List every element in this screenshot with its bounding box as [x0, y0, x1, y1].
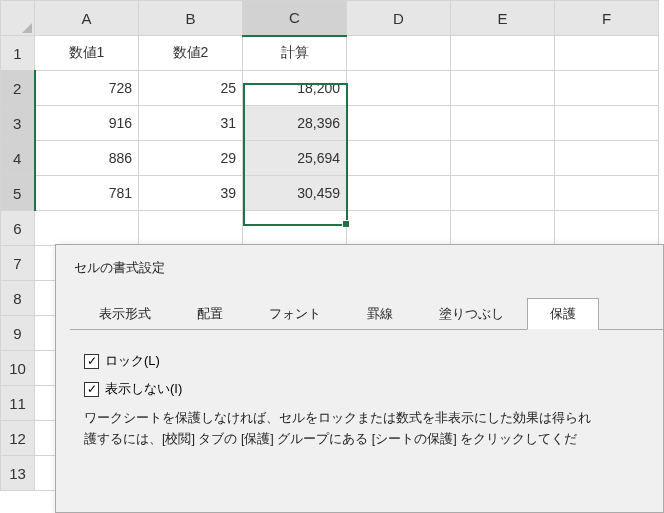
row-header-4[interactable]: 4 — [1, 141, 35, 176]
lock-checkbox-row[interactable]: ✓ ロック(L) — [84, 352, 653, 370]
format-cells-dialog: セルの書式設定 表示形式 配置 フォント 罫線 塗りつぶし 保護 ✓ ロック(L… — [55, 244, 664, 513]
cell-C4[interactable]: 25,694 — [243, 141, 347, 176]
cell-C1[interactable]: 計算 — [243, 36, 347, 71]
cell-D4[interactable] — [347, 141, 451, 176]
cell-A1[interactable]: 数値1 — [35, 36, 139, 71]
col-header-B[interactable]: B — [139, 1, 243, 36]
cell-A5[interactable]: 781 — [35, 176, 139, 211]
row-header-2[interactable]: 2 — [1, 71, 35, 106]
dialog-tabs: 表示形式 配置 フォント 罫線 塗りつぶし 保護 — [70, 297, 663, 330]
row-header-9[interactable]: 9 — [1, 316, 35, 351]
lock-label: ロック(L) — [105, 352, 160, 370]
cell-D5[interactable] — [347, 176, 451, 211]
col-header-C[interactable]: C — [243, 1, 347, 36]
row-header-12[interactable]: 12 — [1, 421, 35, 456]
cell-D1[interactable] — [347, 36, 451, 71]
cell-B5[interactable]: 39 — [139, 176, 243, 211]
cell-F2[interactable] — [555, 71, 659, 106]
cell-B1[interactable]: 数値2 — [139, 36, 243, 71]
cell-B3[interactable]: 31 — [139, 106, 243, 141]
cell-E3[interactable] — [451, 106, 555, 141]
tab-number-format[interactable]: 表示形式 — [76, 298, 174, 330]
dialog-title: セルの書式設定 — [70, 259, 663, 277]
protection-note: ワークシートを保護しなければ、セルをロックまたは数式を非表示にした効果は得られ … — [84, 408, 653, 451]
row-header-3[interactable]: 3 — [1, 106, 35, 141]
tab-border[interactable]: 罫線 — [344, 298, 416, 330]
cell-D2[interactable] — [347, 71, 451, 106]
cell-F4[interactable] — [555, 141, 659, 176]
cell-F1[interactable] — [555, 36, 659, 71]
check-icon: ✓ — [84, 382, 99, 397]
tab-alignment[interactable]: 配置 — [174, 298, 246, 330]
col-header-E[interactable]: E — [451, 1, 555, 36]
col-header-D[interactable]: D — [347, 1, 451, 36]
row-header-6[interactable]: 6 — [1, 211, 35, 246]
row-header-10[interactable]: 10 — [1, 351, 35, 386]
cell-C2[interactable]: 18,200 — [243, 71, 347, 106]
protection-pane: ✓ ロック(L) ✓ 表示しない(I) ワークシートを保護しなければ、セルをロッ… — [70, 330, 663, 461]
row-header-8[interactable]: 8 — [1, 281, 35, 316]
row-header-13[interactable]: 13 — [1, 456, 35, 491]
cell-D3[interactable] — [347, 106, 451, 141]
cell-B2[interactable]: 25 — [139, 71, 243, 106]
col-header-F[interactable]: F — [555, 1, 659, 36]
row-header-11[interactable]: 11 — [1, 386, 35, 421]
cell-C5[interactable]: 30,459 — [243, 176, 347, 211]
cell-E2[interactable] — [451, 71, 555, 106]
cell-C3[interactable]: 28,396 — [243, 106, 347, 141]
row-header-5[interactable]: 5 — [1, 176, 35, 211]
cell-E1[interactable] — [451, 36, 555, 71]
row-header-1[interactable]: 1 — [1, 36, 35, 71]
cell-F3[interactable] — [555, 106, 659, 141]
col-header-A[interactable]: A — [35, 1, 139, 36]
row-header-7[interactable]: 7 — [1, 246, 35, 281]
select-all-corner[interactable] — [1, 1, 35, 36]
tab-font[interactable]: フォント — [246, 298, 344, 330]
check-icon: ✓ — [84, 354, 99, 369]
cell-E4[interactable] — [451, 141, 555, 176]
cell-F5[interactable] — [555, 176, 659, 211]
cell-A4[interactable]: 886 — [35, 141, 139, 176]
cell-A3[interactable]: 916 — [35, 106, 139, 141]
cell-B4[interactable]: 29 — [139, 141, 243, 176]
tab-fill[interactable]: 塗りつぶし — [416, 298, 527, 330]
hide-checkbox-row[interactable]: ✓ 表示しない(I) — [84, 380, 653, 398]
cell-E5[interactable] — [451, 176, 555, 211]
cell-A2[interactable]: 728 — [35, 71, 139, 106]
hide-label: 表示しない(I) — [105, 380, 182, 398]
tab-protection[interactable]: 保護 — [527, 298, 599, 330]
